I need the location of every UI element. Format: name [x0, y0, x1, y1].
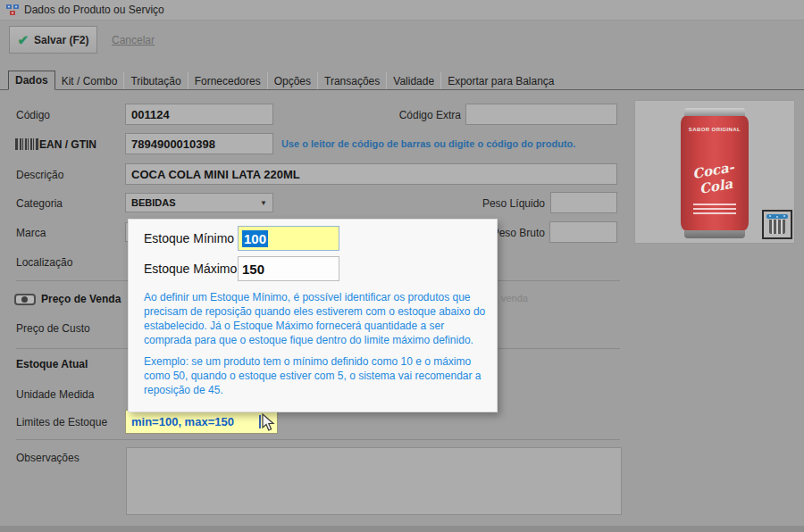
- window-title: Dados do Produto ou Serviço: [24, 4, 164, 16]
- ean-hint: Use o leitor de código de barras ou digi…: [281, 138, 575, 149]
- text-caret: [259, 415, 261, 428]
- trash-icon: [766, 214, 788, 219]
- popup-example-text: Exemplo: se um produto tem o mínimo defi…: [144, 354, 487, 397]
- preco-venda-label: Preço de Venda: [41, 293, 121, 305]
- codigo-extra-label: Código Extra: [384, 109, 461, 121]
- tab-dados[interactable]: Dados: [8, 71, 55, 90]
- estoque-minimo-field[interactable]: 100: [238, 226, 339, 251]
- selected-text: 100: [242, 230, 268, 247]
- can-caption: SABOR ORIGINAL: [681, 127, 749, 132]
- tab-tributacao[interactable]: Tributação: [123, 72, 187, 89]
- can-bottom-rim: [684, 230, 745, 238]
- tab-transacoes[interactable]: Transações: [317, 72, 386, 89]
- barcode-icon: [15, 138, 38, 150]
- preco-venda-hint-fragment: venda: [501, 293, 528, 303]
- peso-liquido-field[interactable]: [550, 192, 617, 213]
- codigo-label: Código: [16, 109, 50, 121]
- stock-limits-popup: Estoque Mínimo 100 Estoque Máximo 150 Ao…: [128, 219, 498, 412]
- tab-bar: Dados Kit / Combo Tributação Fornecedore…: [0, 72, 804, 90]
- window-footer-strip: [0, 526, 804, 532]
- descricao-field[interactable]: COCA COLA MINI LATA 220ML: [125, 163, 617, 185]
- tab-kit-combo[interactable]: Kit / Combo: [55, 72, 124, 89]
- banknote-icon: [14, 294, 36, 305]
- estoque-maximo-field[interactable]: 150: [238, 256, 339, 281]
- can-brand-logo: Coca-Cola: [678, 157, 750, 201]
- codigo-field[interactable]: 001124: [125, 104, 273, 125]
- peso-bruto-field[interactable]: [549, 221, 617, 243]
- product-image-panel[interactable]: SABOR ORIGINAL Coca-Cola: [634, 100, 795, 244]
- localizacao-label: Localização: [16, 256, 72, 269]
- divider: [16, 439, 620, 440]
- product-app-icon: [6, 4, 19, 16]
- limites-estoque-field[interactable]: min=100, max=150: [125, 410, 278, 434]
- save-button-label: Salvar (F2): [34, 34, 88, 46]
- ean-field[interactable]: 7894900010398: [125, 133, 273, 154]
- tab-opcoes[interactable]: Opções: [267, 72, 317, 89]
- can-fineprint-lines: [693, 204, 736, 217]
- codigo-extra-field[interactable]: [465, 104, 617, 125]
- categoria-dropdown[interactable]: BEBIDAS ▼: [125, 193, 273, 212]
- chevron-down-icon: ▼: [260, 199, 267, 207]
- delete-image-button[interactable]: [762, 210, 792, 239]
- popup-explanation-text: Ao definir um Estoque Mínimo, é possível…: [144, 290, 487, 347]
- limites-estoque-label: Limites de Estoque: [16, 416, 107, 428]
- can-body: SABOR ORIGINAL Coca-Cola: [681, 116, 749, 230]
- tab-validade[interactable]: Validade: [386, 72, 440, 89]
- tab-exportar-balanca[interactable]: Exportar para Balança: [440, 72, 560, 89]
- categoria-label: Categoria: [16, 197, 63, 210]
- observacoes-textarea[interactable]: [126, 447, 622, 515]
- title-bar: Dados do Produto ou Serviço: [0, 0, 804, 21]
- unidade-medida-label: Unidade Medida: [16, 388, 94, 401]
- categoria-value: BEBIDAS: [131, 197, 176, 208]
- can-top-rim: [684, 108, 745, 116]
- ean-label: EAN / GTIN: [39, 138, 96, 151]
- descricao-label: Descrição: [16, 169, 63, 181]
- mouse-cursor: [262, 413, 277, 433]
- save-button[interactable]: ✔ Salvar (F2): [9, 26, 97, 54]
- product-dialog-window: Dados do Produto ou Serviço ✔ Salvar (F2…: [0, 0, 804, 532]
- marca-label: Marca: [16, 227, 46, 239]
- peso-liquido-label: Peso Líquido: [465, 197, 545, 210]
- checkmark-icon: ✔: [18, 33, 29, 46]
- estoque-maximo-label: Estoque Máximo: [144, 262, 237, 276]
- estoque-atual-label: Estoque Atual: [16, 358, 88, 370]
- product-image-coca-cola-can: SABOR ORIGINAL Coca-Cola: [679, 108, 750, 238]
- cancel-link[interactable]: Cancelar: [112, 34, 155, 46]
- estoque-minimo-label: Estoque Mínimo: [144, 231, 234, 245]
- tab-fornecedores[interactable]: Fornecedores: [188, 72, 267, 89]
- preco-custo-label: Preço de Custo: [16, 322, 90, 335]
- observacoes-label: Observações: [16, 452, 80, 464]
